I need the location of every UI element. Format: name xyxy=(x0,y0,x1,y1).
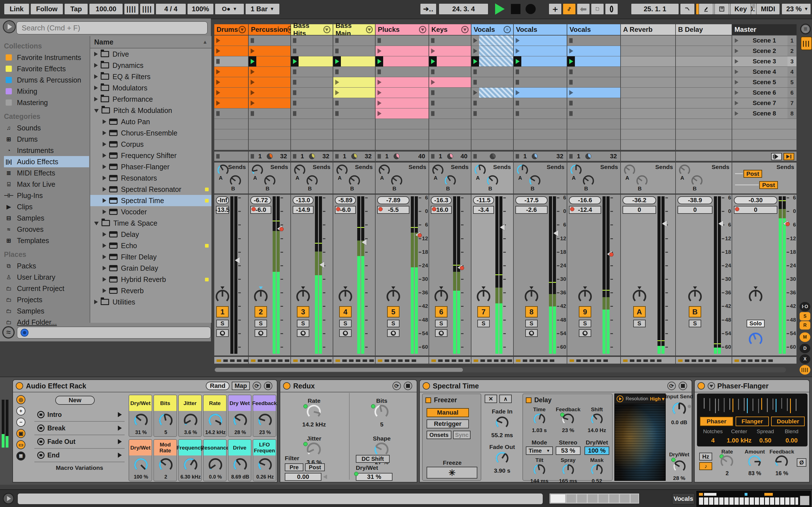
cue-button[interactable] xyxy=(435,329,448,337)
rate-sync-button[interactable]: ♪ xyxy=(699,462,712,470)
cue-button[interactable] xyxy=(297,329,309,337)
collapsed-triangle-icon[interactable] xyxy=(103,277,106,282)
crossfade-peak-button[interactable]: ∧ xyxy=(499,395,512,403)
scene-slot-1[interactable]: Scene 11 xyxy=(732,36,797,46)
pan-knob[interactable] xyxy=(748,289,763,305)
macro-knob[interactable] xyxy=(232,457,248,474)
clip-slot-track9-scene7[interactable] xyxy=(567,98,621,108)
scene-launch-icon[interactable] xyxy=(735,101,739,105)
collapsed-triangle-icon[interactable] xyxy=(103,255,106,259)
solo-button[interactable]: S xyxy=(435,320,448,327)
launch-variation-icon[interactable] xyxy=(118,453,122,458)
rate-knob[interactable] xyxy=(719,454,734,470)
launch-variation-icon[interactable] xyxy=(118,439,122,444)
macro-knob[interactable] xyxy=(207,413,223,430)
track-header-b-delay-10[interactable]: B Delay xyxy=(676,24,732,36)
track-fold-icon[interactable] xyxy=(419,26,426,33)
volume-fader-handle[interactable] xyxy=(235,257,240,263)
clip-slot-track2-scene2[interactable] xyxy=(249,46,291,56)
groove-amount-field[interactable]: 100% xyxy=(187,3,214,15)
clip-slot-track4-scene3[interactable] xyxy=(333,56,375,67)
pan-knob[interactable] xyxy=(687,289,703,305)
crossfade-row-track2[interactable] xyxy=(249,356,291,364)
list-item-filter-delay[interactable]: Filter Delay xyxy=(90,251,211,263)
scene-launch-icon[interactable] xyxy=(735,91,739,95)
cue-volume-knob[interactable] xyxy=(748,332,763,348)
delay-enable-checkbox[interactable] xyxy=(526,397,531,403)
sidebar-item-mastering[interactable]: Mastering xyxy=(4,97,89,108)
clip-slot-track5-scene5[interactable] xyxy=(375,77,429,88)
solo-button[interactable]: S xyxy=(525,320,538,327)
clip-slot-track7-scene4[interactable] xyxy=(471,67,514,77)
tap-tempo-button[interactable]: Tap xyxy=(64,3,88,15)
phaser-title-bar[interactable]: Phaser-Flanger xyxy=(695,380,809,392)
clip-slot-track5-scene4[interactable] xyxy=(375,67,429,77)
clip-slot-track4-scene5[interactable] xyxy=(333,77,375,88)
group-unfold-icon[interactable]: ≡ xyxy=(504,26,511,33)
clip-slot-track7-scene3[interactable] xyxy=(471,56,514,67)
peak-level-display[interactable]: -16.3 xyxy=(431,196,452,204)
scene-slot-7[interactable]: Scene 77 xyxy=(732,98,797,108)
clip-slot-track8-scene3[interactable] xyxy=(514,56,567,67)
clip-slot-track6-scene1[interactable] xyxy=(429,36,471,46)
track-stop-button[interactable] xyxy=(377,154,381,159)
rack-view-toggle-5[interactable]: ≣ xyxy=(16,452,26,460)
clip-slot-track10-scene6[interactable] xyxy=(621,88,676,98)
peak-level-display[interactable]: -7.89 xyxy=(377,196,409,204)
clip-slot-track8-scene4[interactable] xyxy=(514,67,567,77)
track-stop-button[interactable] xyxy=(569,154,573,159)
phaser-spread-value[interactable]: 0.50 xyxy=(752,437,778,444)
redux-rate-knob[interactable] xyxy=(306,404,322,421)
sort-ascending-icon[interactable]: ▲ xyxy=(202,39,207,45)
volume-field[interactable]: -2.6 xyxy=(515,206,548,214)
volume-field[interactable]: -13.5 xyxy=(216,206,229,214)
clip-slot-track11-scene3[interactable] xyxy=(676,56,732,67)
solo-button[interactable]: S xyxy=(633,320,646,327)
list-item-frequency-shifter[interactable]: Frequency Shifter xyxy=(90,150,211,161)
clip-slot-track9-scene3[interactable] xyxy=(567,56,621,67)
midi-keyboard-widget[interactable] xyxy=(696,491,811,507)
clip-slot-track5-scene2[interactable] xyxy=(375,46,429,56)
fade-in-knob[interactable] xyxy=(495,415,509,431)
status-message-field[interactable] xyxy=(17,493,543,504)
macro-knob[interactable] xyxy=(257,457,273,474)
solo-button[interactable]: S xyxy=(216,320,229,327)
sidebar-item-audio-effects[interactable]: ||ı|Audio Effects xyxy=(4,156,89,167)
send-a-knob[interactable] xyxy=(432,164,444,178)
phaser-notches-value[interactable]: 4 xyxy=(700,437,726,444)
track-header-plucks-4[interactable]: Plucks xyxy=(375,24,429,36)
freezer-sync-button[interactable]: Sync xyxy=(453,431,470,439)
macro-5-dry-wet[interactable]: Dry Wet28 % xyxy=(228,395,252,437)
macro-4-rate[interactable]: Rate14.2 kHz xyxy=(203,395,227,437)
feedback-invert-button[interactable]: Ø xyxy=(797,458,806,467)
track-activator-button[interactable]: 1 xyxy=(216,306,229,318)
delay-mask-knob[interactable] xyxy=(590,463,604,478)
clip-slot-track5-scene8[interactable] xyxy=(375,108,429,119)
tempo-follow-button[interactable]: Follow xyxy=(31,3,63,15)
scene-menu-icon[interactable]: ≡ xyxy=(800,24,811,34)
rack-title-bar[interactable]: Audio Effect Rack Rand Map ⟳ xyxy=(13,380,277,392)
send-b-knob[interactable] xyxy=(444,174,457,188)
clip-slot-track2-scene8[interactable] xyxy=(249,108,291,119)
volume-fader-handle[interactable] xyxy=(319,262,324,268)
collapsed-triangle-icon[interactable] xyxy=(103,142,106,147)
macro-knob[interactable] xyxy=(232,413,248,430)
midi-map-button[interactable]: MIDI xyxy=(756,3,780,15)
clip-slot-track7-scene8[interactable] xyxy=(471,108,514,119)
clip-slot-track11-scene5[interactable] xyxy=(676,77,732,88)
clip-slot-track3-scene8[interactable] xyxy=(291,108,333,119)
solo-button[interactable]: S xyxy=(477,320,490,327)
clip-slot-track10-scene3[interactable] xyxy=(621,56,676,67)
clip-slot-track11-scene1[interactable] xyxy=(676,36,732,46)
sidebar-item-drums[interactable]: ⊞Drums xyxy=(4,133,89,145)
peak-level-display[interactable]: -6.72 xyxy=(250,196,271,204)
macro-1-dry-wet[interactable]: Dry/Wet31 % xyxy=(129,395,152,437)
macro-knob[interactable] xyxy=(133,413,149,430)
collapsed-triangle-icon[interactable] xyxy=(103,187,106,191)
search-input[interactable]: Search (Cmd + F) xyxy=(16,21,207,34)
spectral-title-bar[interactable]: Spectral Time ⟳ xyxy=(420,380,692,392)
cue-button[interactable] xyxy=(579,329,591,337)
save-preset-icon[interactable] xyxy=(679,382,687,390)
solo-button[interactable]: S xyxy=(255,320,267,327)
macro-12-lfo-frequen[interactable]: LFO Frequen0.26 Hz xyxy=(253,439,276,482)
